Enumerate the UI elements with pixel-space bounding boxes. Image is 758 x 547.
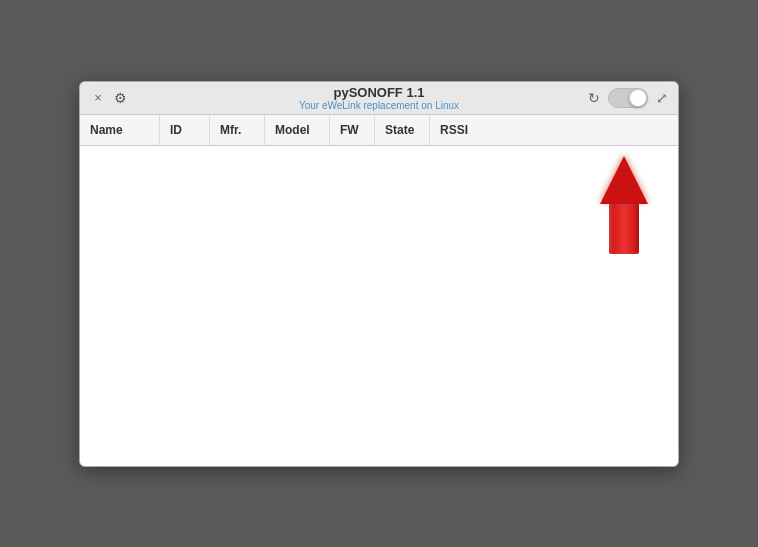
column-header-rssi[interactable]: RSSI [430,115,480,145]
column-header-mfr[interactable]: Mfr. [210,115,265,145]
column-header-state[interactable]: State [375,115,430,145]
arrow-shaft [609,204,639,254]
app-subtitle: Your eWeLink replacement on Linux [299,100,459,111]
titlebar-center: pySONOFF 1.1 Your eWeLink replacement on… [299,85,459,111]
connection-toggle[interactable] [608,88,648,108]
arrow-wrapper [600,156,648,254]
main-window: × ⚙ pySONOFF 1.1 Your eWeLink replacemen… [79,81,679,467]
settings-button[interactable]: ⚙ [114,90,127,106]
close-button[interactable]: × [90,90,106,106]
table-header: Name ID Mfr. Model FW State RSSI [80,115,678,146]
titlebar-right: ↻ ⤢ [588,88,668,108]
column-header-model[interactable]: Model [265,115,330,145]
column-header-name[interactable]: Name [80,115,160,145]
refresh-button[interactable]: ↻ [588,90,600,106]
content-area [80,146,678,466]
titlebar: × ⚙ pySONOFF 1.1 Your eWeLink replacemen… [80,82,678,115]
arrow-indicator [600,156,648,254]
app-title: pySONOFF 1.1 [299,85,459,100]
column-header-id[interactable]: ID [160,115,210,145]
column-header-fw[interactable]: FW [330,115,375,145]
arrow-head [600,156,648,204]
expand-button[interactable]: ⤢ [656,90,668,106]
titlebar-left: × ⚙ [90,90,127,106]
toggle-knob [629,89,647,107]
